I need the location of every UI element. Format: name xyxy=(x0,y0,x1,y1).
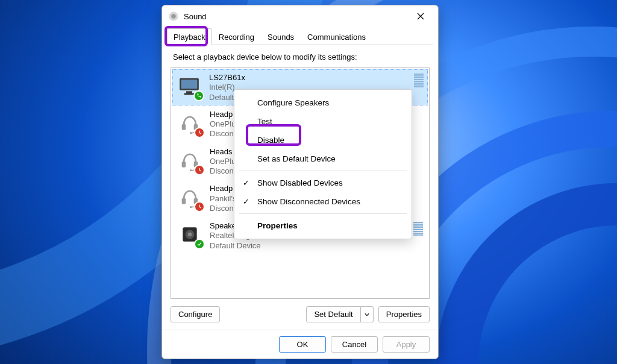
status-disconnected-icon xyxy=(194,201,205,212)
window-title: Sound xyxy=(184,12,207,21)
menu-set-default-device[interactable]: Set as Default Device xyxy=(234,149,412,168)
close-icon xyxy=(417,13,424,20)
set-default-split-button[interactable]: Set Default xyxy=(306,306,373,322)
svg-rect-3 xyxy=(181,80,198,89)
status-default-icon xyxy=(194,239,205,249)
headset-icon xyxy=(176,146,204,174)
svg-rect-5 xyxy=(184,93,195,95)
chevron-down-icon xyxy=(365,312,369,317)
tab-sounds[interactable]: Sounds xyxy=(261,28,301,45)
menu-show-disabled[interactable]: Show Disabled Devices xyxy=(234,174,412,192)
ok-button[interactable]: OK xyxy=(279,336,326,353)
menu-show-disconnected[interactable]: Show Disconnected Devices xyxy=(234,192,412,211)
monitor-icon xyxy=(175,72,203,100)
svg-rect-12 xyxy=(182,198,186,204)
titlebar: Sound xyxy=(162,5,438,27)
device-status-text: Default Device xyxy=(210,241,311,251)
status-disconnected-icon xyxy=(194,165,205,175)
svg-rect-6 xyxy=(182,124,186,130)
tab-communications[interactable]: Communications xyxy=(301,28,372,45)
headset-icon xyxy=(176,183,204,211)
dialog-footer: OK Cancel Apply xyxy=(162,330,438,359)
tab-strip: Playback Recording Sounds Communications xyxy=(162,27,438,45)
device-name: Headp xyxy=(210,110,236,119)
device-subtitle: OnePlu xyxy=(210,119,236,129)
properties-button[interactable]: Properties xyxy=(378,306,430,322)
cancel-button[interactable]: Cancel xyxy=(331,336,378,353)
svg-point-17 xyxy=(188,233,192,237)
device-name: Heads xyxy=(210,147,236,157)
svg-point-14 xyxy=(190,206,192,208)
menu-configure-speakers[interactable]: Configure Speakers xyxy=(234,93,412,112)
configure-button[interactable]: Configure xyxy=(171,306,220,322)
level-meter-icon xyxy=(414,74,424,87)
close-button[interactable] xyxy=(407,7,434,25)
svg-rect-9 xyxy=(182,161,186,167)
menu-separator xyxy=(239,213,407,214)
svg-rect-4 xyxy=(186,91,192,93)
svg-point-11 xyxy=(190,169,192,171)
tab-playback[interactable]: Playback xyxy=(167,28,212,45)
menu-disable[interactable]: Disable xyxy=(234,131,412,149)
device-name: LS27B61x xyxy=(209,73,245,83)
level-meter-icon xyxy=(413,222,423,236)
menu-test[interactable]: Test xyxy=(234,112,412,131)
device-status-text: Discon xyxy=(210,129,236,139)
status-call-icon xyxy=(193,90,204,101)
sound-app-icon xyxy=(168,11,179,22)
panel-button-row: Configure Set Default Properties xyxy=(171,306,430,322)
instruction-text: Select a playback device below to modify… xyxy=(173,52,427,61)
set-default-button[interactable]: Set Default xyxy=(306,306,360,322)
menu-properties[interactable]: Properties xyxy=(234,216,412,235)
svg-point-1 xyxy=(171,14,176,19)
apply-button: Apply xyxy=(383,336,430,353)
speaker-icon xyxy=(176,221,204,248)
status-disconnected-icon xyxy=(194,127,205,138)
svg-point-8 xyxy=(190,132,192,134)
device-context-menu: Configure Speakers Test Disable Set as D… xyxy=(234,89,412,239)
headset-icon xyxy=(176,109,204,137)
tab-recording[interactable]: Recording xyxy=(212,28,261,45)
set-default-dropdown[interactable] xyxy=(361,306,374,322)
menu-separator xyxy=(239,171,407,171)
device-status-text: Discon xyxy=(210,166,236,176)
device-subtitle: OnePlu xyxy=(210,157,236,166)
